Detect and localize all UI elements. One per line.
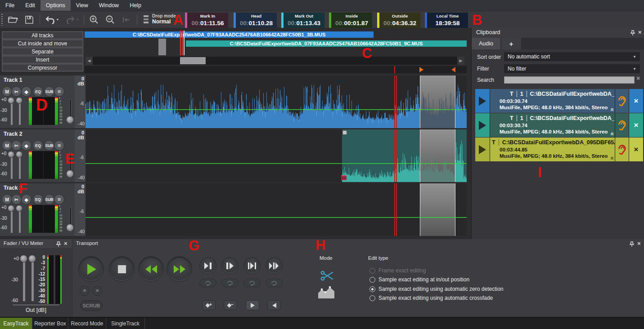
- pan-knob[interactable]: [8, 205, 14, 212]
- radio-frame-exact[interactable]: Frame exact editing: [369, 267, 426, 274]
- pan-knob[interactable]: [8, 97, 14, 104]
- clipboard-entry-3[interactable]: TC:\BCSData\FullExport\webDA_095DBF65AE1…: [475, 138, 643, 161]
- gain-slider[interactable]: [19, 156, 21, 179]
- overview-clip-top[interactable]: C:\BCSData\FullExport\webDA_07F93AAADC25…: [85, 31, 374, 38]
- filter-dropdown[interactable]: No filter▼: [504, 64, 640, 73]
- play-from-start-button[interactable]: [221, 257, 239, 274]
- tab-audio[interactable]: Audio: [472, 38, 500, 49]
- pin-icon[interactable]: [56, 241, 61, 247]
- tab-record-mode[interactable]: Record Mode: [68, 318, 106, 329]
- track-1-waveform[interactable]: [86, 76, 467, 128]
- gain-knob[interactable]: [16, 97, 23, 104]
- pan-slider[interactable]: [11, 209, 13, 233]
- overview-view-indicator[interactable]: [158, 39, 166, 55]
- scrollbar-thumb[interactable]: [180, 57, 206, 64]
- solo-button[interactable]: ◆: [21, 140, 32, 151]
- tool-compressor[interactable]: Compressor: [2, 64, 83, 71]
- solo-button[interactable]: ◆: [21, 86, 32, 97]
- play-to-end-button[interactable]: [199, 257, 216, 274]
- remove-button[interactable]: ×: [629, 138, 643, 161]
- search-input[interactable]: [504, 76, 635, 84]
- eq-button[interactable]: EQ: [33, 140, 43, 151]
- pan-slider[interactable]: [11, 156, 13, 179]
- out-fader-left[interactable]: [23, 262, 25, 301]
- track-3-waveform[interactable]: [86, 183, 467, 236]
- timeline-ruler[interactable]: [85, 66, 467, 73]
- remove-button[interactable]: ×: [629, 113, 643, 137]
- redo-button[interactable]: [64, 14, 80, 25]
- sub-button[interactable]: SUB: [44, 140, 54, 151]
- prev-marker-button[interactable]: [267, 300, 281, 310]
- fader-knob[interactable]: [66, 170, 74, 178]
- tool-cut-inside-and-move[interactable]: Cut inside and move: [2, 40, 83, 47]
- loop-button-3[interactable]: [243, 279, 261, 287]
- track-menu-button[interactable]: ≡: [54, 86, 64, 97]
- selection-start-marker[interactable]: [419, 67, 423, 72]
- drop-mode-control[interactable]: Drop mode Normal: [143, 13, 176, 25]
- track-menu-button[interactable]: ≡: [54, 140, 64, 151]
- prelisten-button[interactable]: [615, 113, 629, 137]
- tab-reporter-box[interactable]: Reporter Box: [32, 318, 68, 329]
- pin-icon[interactable]: [629, 241, 635, 247]
- fast-forward-button[interactable]: [167, 256, 192, 282]
- step-back-button[interactable]: [121, 14, 132, 25]
- collapse-icon[interactable]: »: [608, 156, 615, 160]
- tool-all-tracks[interactable]: All tracks: [2, 31, 83, 39]
- toolbar-grip[interactable]: [1, 14, 3, 26]
- play-button[interactable]: [475, 89, 490, 113]
- pan-slider[interactable]: [11, 102, 13, 125]
- collapse-icon[interactable]: »: [608, 108, 615, 111]
- entry-body[interactable]: T1C:\BCSData\FullExport\webDA_07F93AAADC…: [490, 113, 615, 137]
- overview-clip-bottom[interactable]: C:\BCSData\FullExport\webDA_07F93AAADC25…: [186, 40, 467, 47]
- menu-options[interactable]: Options: [41, 0, 71, 11]
- remove-button[interactable]: ×: [629, 89, 643, 113]
- radio-sample-exact[interactable]: Sample exact editing at in/out position: [369, 276, 469, 283]
- eq-button[interactable]: EQ: [33, 194, 43, 205]
- gain-knob[interactable]: [16, 151, 23, 158]
- playhead-marker[interactable]: [394, 66, 395, 73]
- prelisten-button[interactable]: [615, 138, 629, 161]
- entry-body[interactable]: TC:\BCSData\FullExport\webDA_095DBF65AE1…: [490, 138, 615, 161]
- play-around-button[interactable]: [266, 257, 283, 274]
- gain-slider[interactable]: [19, 209, 21, 233]
- scrollbar-track[interactable]: [93, 57, 457, 65]
- clear-search-icon[interactable]: ×: [636, 75, 640, 82]
- menu-view[interactable]: View: [71, 0, 94, 11]
- menu-file[interactable]: File: [0, 0, 20, 11]
- track-menu-button[interactable]: ≡: [54, 194, 64, 205]
- gain-slider[interactable]: [19, 102, 21, 125]
- mute-button[interactable]: M: [2, 140, 12, 151]
- tool-insert[interactable]: Insert: [2, 56, 83, 63]
- selection-end-marker[interactable]: [451, 67, 455, 72]
- track-2-waveform[interactable]: [86, 129, 467, 182]
- gain-knob[interactable]: [16, 205, 23, 212]
- zoom-out-button[interactable]: [104, 14, 116, 25]
- scrollbar-right-arrow[interactable]: ▶: [457, 57, 464, 65]
- tab-add[interactable]: +: [501, 38, 521, 49]
- loop-button-4[interactable]: [266, 279, 283, 287]
- pin-icon[interactable]: [630, 30, 635, 36]
- tab-easytrack[interactable]: EasyTrack: [0, 318, 32, 329]
- menu-edit[interactable]: Edit: [20, 0, 41, 11]
- sub-button[interactable]: SUB: [44, 86, 54, 97]
- cut-button[interactable]: ✂: [11, 86, 22, 97]
- cut-button[interactable]: ✂: [11, 140, 22, 151]
- close-icon[interactable]: ×: [637, 240, 641, 247]
- play-selection-button[interactable]: [243, 257, 261, 274]
- mute-button[interactable]: M: [2, 194, 12, 205]
- envelope-mode-button[interactable]: [318, 285, 335, 301]
- play-button[interactable]: [475, 138, 490, 161]
- eq-button[interactable]: EQ: [33, 86, 43, 97]
- clipboard-entry-2[interactable]: T1C:\BCSData\FullExport\webDA_07F93AAADC…: [475, 113, 643, 137]
- undo-button[interactable]: [44, 14, 60, 25]
- remove-marker-button[interactable]: [224, 300, 237, 310]
- next-marker-button[interactable]: [246, 300, 259, 310]
- loop-button-1[interactable]: [199, 279, 216, 287]
- rewind-button[interactable]: [138, 256, 164, 282]
- sort-order-dropdown[interactable]: No automatic sort▼: [504, 52, 640, 61]
- close-icon[interactable]: ×: [638, 29, 642, 36]
- scrub-button[interactable]: SCRUB: [80, 300, 103, 311]
- skip-back-button[interactable]: «: [80, 286, 90, 296]
- add-marker-button[interactable]: [202, 300, 216, 310]
- play-button[interactable]: [475, 113, 490, 137]
